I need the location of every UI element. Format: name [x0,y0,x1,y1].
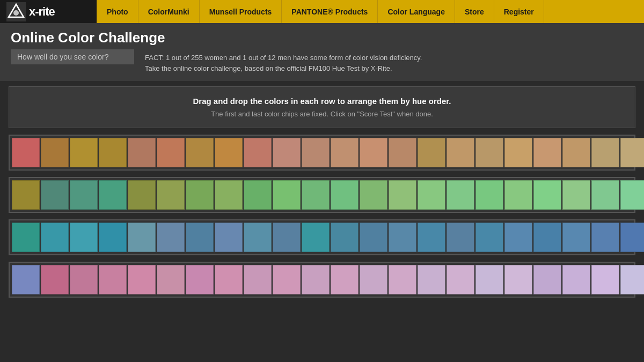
color-chip-r3-c2[interactable] [41,223,69,252]
color-chip-r1-c12[interactable] [331,138,358,167]
color-chip-r2-c8[interactable] [215,180,243,210]
color-chip-r1-c7[interactable] [186,138,214,167]
color-chip-r3-c6[interactable] [157,223,185,252]
color-chip-r2-c14[interactable] [389,180,416,210]
color-chip-r3-c8[interactable] [215,223,243,252]
color-chip-r2-c21[interactable] [591,180,619,210]
color-chip-r3-c4[interactable] [99,223,127,252]
color-chip-r2-c6[interactable] [157,180,185,210]
nav-item-store[interactable]: Store [455,0,494,23]
color-chip-r2-c5[interactable] [128,180,156,210]
color-chip-r4-c14[interactable] [389,265,416,294]
color-chip-r1-c13[interactable] [360,138,387,167]
color-row-container-4 [9,262,635,298]
color-chip-r3-c12[interactable] [331,223,358,252]
color-chip-r2-c12[interactable] [331,180,358,210]
instructions-box: Drag and drop the colors in each row to … [9,86,635,128]
color-chip-r4-c19[interactable] [533,265,561,294]
nav-item-color-language[interactable]: Color Language [378,0,455,23]
color-chip-r3-c7[interactable] [186,223,214,252]
color-chip-r2-c3[interactable] [70,180,98,210]
color-chip-r3-c13[interactable] [360,223,387,252]
color-chip-r2-c20[interactable] [562,180,590,210]
page-subtitle: How well do you see color? [11,49,134,64]
color-chip-r1-c18[interactable] [504,138,532,167]
color-chip-r3-c22[interactable] [620,223,644,252]
color-chip-r4-c2[interactable] [41,265,69,294]
color-chip-r3-c5[interactable] [128,223,156,252]
color-chip-r2-c4[interactable] [99,180,127,210]
color-chip-r2-c2[interactable] [41,180,69,210]
main-content: Drag and drop the colors in each row to … [0,81,644,309]
color-chip-r4-c11[interactable] [302,265,330,294]
color-chip-r3-c19[interactable] [533,223,561,252]
color-chip-r2-c13[interactable] [360,180,387,210]
color-chip-r3-c21[interactable] [591,223,619,252]
color-chip-r3-c10[interactable] [273,223,301,252]
color-chip-r3-c20[interactable] [562,223,590,252]
color-chip-r3-c15[interactable] [418,223,445,252]
color-chip-r1-c6[interactable] [157,138,185,167]
color-chip-r1-c11[interactable] [302,138,330,167]
color-chip-r1-c21[interactable] [591,138,619,167]
color-chip-r4-c10[interactable] [273,265,301,294]
color-chip-r3-c18[interactable] [504,223,532,252]
nav-item-colormunki[interactable]: ColorMunki [138,0,200,23]
color-chip-r1-c14[interactable] [389,138,416,167]
color-chip-r1-c16[interactable] [447,138,474,167]
color-chip-r1-c10[interactable] [273,138,301,167]
color-chip-r1-c15[interactable] [418,138,445,167]
color-chip-r4-c6[interactable] [157,265,185,294]
color-chip-r4-c12[interactable] [331,265,358,294]
color-chip-r4-c15[interactable] [418,265,445,294]
color-chip-r1-c20[interactable] [562,138,590,167]
color-chip-r4-c7[interactable] [186,265,214,294]
color-chip-r1-c2[interactable] [41,138,69,167]
color-chip-r3-c3[interactable] [70,223,98,252]
nav-item-photo[interactable]: Photo [97,0,138,23]
color-chip-r2-c17[interactable] [475,180,503,210]
color-chip-r4-c4[interactable] [99,265,127,294]
color-chip-r2-c7[interactable] [186,180,214,210]
color-chip-r2-c11[interactable] [302,180,330,210]
color-chip-r2-c16[interactable] [447,180,474,210]
color-chip-r2-c15[interactable] [418,180,445,210]
color-chip-r1-c1[interactable] [12,138,40,167]
color-chip-r3-c17[interactable] [475,223,503,252]
color-chip-r4-c5[interactable] [128,265,156,294]
color-chip-r3-c16[interactable] [447,223,474,252]
color-chip-r1-c4[interactable] [99,138,127,167]
color-chip-r1-c3[interactable] [70,138,98,167]
color-chip-r4-c16[interactable] [447,265,474,294]
color-chip-r3-c11[interactable] [302,223,330,252]
color-chip-r3-c1[interactable] [12,223,40,252]
color-chip-r4-c13[interactable] [360,265,387,294]
color-chip-r1-c17[interactable] [475,138,503,167]
nav-item-pantone--products[interactable]: PANTONE® Products [282,0,378,23]
color-chip-r2-c19[interactable] [533,180,561,210]
color-chip-r4-c9[interactable] [244,265,272,294]
logo-area: x-rite [0,0,97,23]
color-chip-r1-c5[interactable] [128,138,156,167]
color-chip-r4-c18[interactable] [504,265,532,294]
color-chip-r3-c9[interactable] [244,223,272,252]
color-chip-r1-c22[interactable] [620,138,644,167]
color-chip-r2-c22[interactable] [620,180,644,210]
color-chip-r4-c8[interactable] [215,265,243,294]
color-chip-r4-c21[interactable] [591,265,619,294]
color-chip-r4-c22[interactable] [620,265,644,294]
color-chip-r3-c14[interactable] [389,223,416,252]
nav-item-munsell-products[interactable]: Munsell Products [200,0,282,23]
color-chip-r4-c3[interactable] [70,265,98,294]
color-chip-r1-c8[interactable] [215,138,243,167]
color-chip-r2-c10[interactable] [273,180,301,210]
nav-item-register[interactable]: Register [494,0,544,23]
color-chip-r2-c1[interactable] [12,180,40,210]
color-chip-r4-c1[interactable] [12,265,40,294]
color-chip-r4-c20[interactable] [562,265,590,294]
color-chip-r4-c17[interactable] [475,265,503,294]
color-chip-r2-c9[interactable] [244,180,272,210]
color-chip-r2-c18[interactable] [504,180,532,210]
color-chip-r1-c9[interactable] [244,138,272,167]
color-chip-r1-c19[interactable] [533,138,561,167]
